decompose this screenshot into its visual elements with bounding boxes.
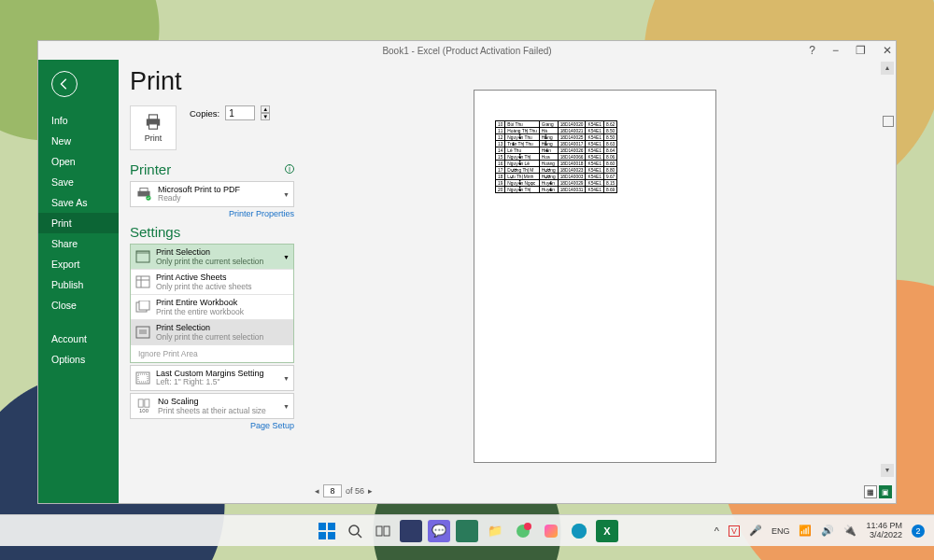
tray-clock[interactable]: 11:46 PM 3/4/2022 xyxy=(866,522,902,540)
taskbar-app-edge[interactable] xyxy=(568,520,590,542)
tray-lang[interactable]: ENG xyxy=(771,526,790,536)
chevron-down-icon: ▼ xyxy=(283,191,290,198)
print-button[interactable]: Print xyxy=(130,105,177,150)
scaling-icon: 100 xyxy=(135,398,152,414)
sidebar-item-info[interactable]: Info xyxy=(38,110,119,131)
printer-icon xyxy=(143,114,163,131)
chevron-down-icon: ▼ xyxy=(283,254,290,260)
sidebar-item-open[interactable]: Open xyxy=(38,151,119,172)
margins-icon xyxy=(135,371,150,385)
window-title: Book1 - Excel (Product Activation Failed… xyxy=(382,46,551,56)
sidebar-item-options[interactable]: Options xyxy=(38,349,119,370)
search-button[interactable] xyxy=(344,520,366,542)
preview-table: 10Bùi ThuGiang18D140020K54E18.6211Hoàng … xyxy=(495,120,617,193)
sidebar-item-export[interactable]: Export xyxy=(38,254,119,274)
sidebar-item-saveas[interactable]: Save As xyxy=(38,192,119,213)
chevron-down-icon: ▼ xyxy=(283,375,290,382)
search-icon xyxy=(347,524,362,539)
sheet-icon xyxy=(135,250,150,263)
margins-selector[interactable]: Last Custom Margins Setting Left: 1" Rig… xyxy=(130,365,294,391)
restore-button[interactable]: ❐ xyxy=(856,44,866,57)
svg-rect-18 xyxy=(145,399,149,407)
print-what-dropdown[interactable]: Print Selection Only print the current s… xyxy=(130,244,294,363)
taskbar-app-1[interactable] xyxy=(400,520,422,542)
printer-status-icon xyxy=(135,186,152,203)
tray-battery-icon[interactable]: 🔌 xyxy=(843,525,856,537)
info-icon[interactable]: i xyxy=(285,164,294,174)
sidebar-item-close[interactable]: Close xyxy=(38,295,119,315)
svg-rect-12 xyxy=(139,301,149,310)
page-number-input[interactable] xyxy=(323,484,342,497)
taskbar-app-3[interactable] xyxy=(512,520,534,542)
print-preview-area: ▴ ▾ 10Bùi ThuGiang18D140020K54E18.6211Ho… xyxy=(305,60,896,503)
printer-heading: Printer i xyxy=(130,161,294,177)
scroll-down-button[interactable]: ▾ xyxy=(881,464,894,477)
minimize-button[interactable]: − xyxy=(832,44,839,57)
sidebar-item-publish[interactable]: Publish xyxy=(38,274,119,295)
printer-selector[interactable]: Microsoft Print to PDF Ready ▼ xyxy=(130,181,294,207)
printer-properties-link[interactable]: Printer Properties xyxy=(130,209,294,218)
settings-heading: Settings xyxy=(130,224,294,240)
print-backstage-main: Print Print Copies: ▲ ▼ xyxy=(119,60,896,503)
sheet-icon xyxy=(135,275,150,288)
tray-wifi-icon[interactable]: 📶 xyxy=(799,525,812,537)
backstage-sidebar: Info New Open Save Save As Print Share E… xyxy=(38,60,119,503)
page-preview: 10Bùi ThuGiang18D140020K54E18.6211Hoàng … xyxy=(474,90,716,463)
workbook-icon xyxy=(135,301,150,314)
windows-icon xyxy=(318,523,335,539)
help-icon[interactable]: ? xyxy=(809,44,815,57)
sidebar-item-new[interactable]: New xyxy=(38,131,119,151)
zoom-to-page-button[interactable]: ▣ xyxy=(879,485,892,498)
tray-chevron-icon[interactable]: ^ xyxy=(715,525,719,537)
prev-page-button[interactable]: ◂ xyxy=(315,486,319,496)
tray-notification-badge[interactable]: 2 xyxy=(912,525,925,538)
taskbar-app-teams[interactable]: 💬 xyxy=(428,520,450,542)
svg-rect-26 xyxy=(384,526,389,536)
dropdown-option-entire-workbook[interactable]: Print Entire Workbook Print the entire w… xyxy=(131,294,293,319)
excel-window: Book1 - Excel (Product Activation Failed… xyxy=(37,40,897,504)
svg-rect-7 xyxy=(136,251,149,254)
scaling-selector[interactable]: 100 No Scaling Print sheets at their act… xyxy=(130,393,294,419)
close-button[interactable]: ✕ xyxy=(883,44,892,57)
tray-volume-icon[interactable]: 🔊 xyxy=(821,525,834,537)
taskbar: 💬 📁 X ^ V 🎤 ENG 📶 🔊 🔌 11:46 PM 3/4/2022 … xyxy=(0,514,934,546)
dropdown-ignore-print-area[interactable]: Ignore Print Area xyxy=(131,344,293,362)
tray-app-icon[interactable]: V xyxy=(729,525,740,537)
start-button[interactable] xyxy=(316,520,338,542)
svg-point-31 xyxy=(572,524,587,539)
dropdown-option-selection[interactable]: Print Selection Only print the current s… xyxy=(131,319,293,344)
copies-down[interactable]: ▼ xyxy=(261,113,270,120)
dropdown-selected-title: Print Selection xyxy=(156,247,263,257)
title-bar: Book1 - Excel (Product Activation Failed… xyxy=(38,41,896,60)
copies-input[interactable] xyxy=(225,105,255,120)
taskbar-app-instagram[interactable] xyxy=(540,520,562,542)
sidebar-item-account[interactable]: Account xyxy=(38,329,119,349)
printer-status: Ready xyxy=(158,194,240,203)
sidebar-item-print[interactable]: Print xyxy=(38,213,119,233)
svg-rect-16 xyxy=(138,374,148,382)
dropdown-selected-sub: Only print the current selection xyxy=(156,257,263,266)
scroll-up-button[interactable]: ▴ xyxy=(881,62,894,75)
show-margins-button[interactable]: ▦ xyxy=(864,485,877,498)
svg-line-24 xyxy=(358,534,361,538)
page-setup-link[interactable]: Page Setup xyxy=(130,421,294,430)
sidebar-item-save[interactable]: Save xyxy=(38,172,119,192)
page-navigator: ◂ of 56 ▸ xyxy=(315,484,373,497)
dropdown-selected[interactable]: Print Selection Only print the current s… xyxy=(131,245,293,269)
page-of-label: of 56 xyxy=(346,486,364,496)
preview-thumb-marker xyxy=(883,116,894,127)
task-view-button[interactable] xyxy=(372,520,394,542)
next-page-button[interactable]: ▸ xyxy=(368,486,373,496)
svg-point-28 xyxy=(524,523,531,530)
svg-point-23 xyxy=(349,525,359,535)
taskbar-app-excel[interactable]: X xyxy=(596,520,618,542)
copies-up[interactable]: ▲ xyxy=(261,105,270,113)
tray-mic-icon[interactable]: 🎤 xyxy=(749,525,762,537)
taskbar-app-explorer[interactable]: 📁 xyxy=(484,520,506,542)
taskbar-app-2[interactable] xyxy=(456,520,478,542)
dropdown-option-active-sheets[interactable]: Print Active Sheets Only print the activ… xyxy=(131,269,293,294)
back-button[interactable] xyxy=(51,71,78,97)
sidebar-item-share[interactable]: Share xyxy=(38,233,119,254)
svg-rect-17 xyxy=(138,399,143,407)
task-view-icon xyxy=(375,524,390,539)
